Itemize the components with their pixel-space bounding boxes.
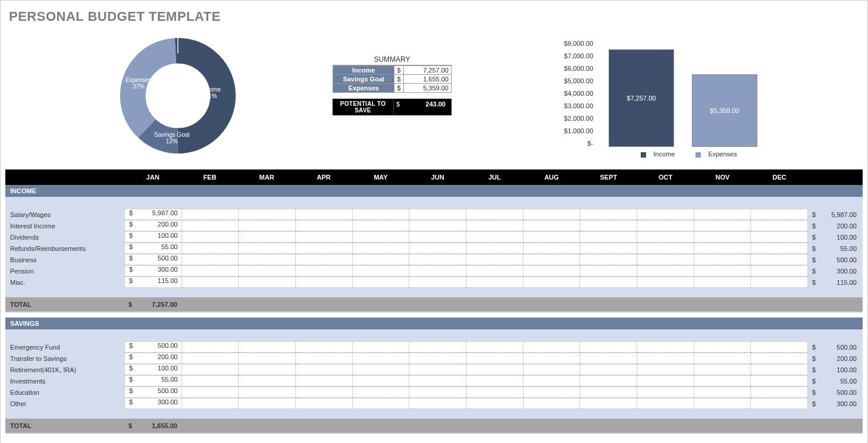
cell[interactable] [751,375,808,387]
cell[interactable] [751,265,808,277]
cell[interactable] [466,277,524,288]
cell[interactable] [239,387,296,398]
cell[interactable]: $500.00 [124,341,182,353]
cell[interactable] [466,387,524,398]
cell[interactable] [694,243,751,254]
cell[interactable] [353,375,410,387]
cell[interactable] [637,231,694,243]
cell[interactable] [637,387,694,398]
cell[interactable] [296,353,353,364]
cell[interactable] [524,220,581,231]
cell[interactable] [296,209,353,220]
cell[interactable] [239,398,296,409]
cell[interactable] [239,220,296,231]
cell[interactable] [353,364,410,375]
cell[interactable] [524,265,581,277]
cell[interactable]: $300.00 [124,265,182,277]
cell[interactable] [694,353,751,364]
cell[interactable] [182,375,239,387]
cell[interactable] [637,209,694,220]
cell[interactable] [182,220,239,231]
cell[interactable] [580,277,637,288]
cell[interactable] [466,220,524,231]
cell[interactable] [409,231,466,243]
cell[interactable] [466,254,524,265]
cell[interactable] [524,231,581,243]
cell[interactable] [409,353,466,364]
cell[interactable] [466,265,524,277]
cell[interactable] [182,353,239,364]
cell[interactable] [637,265,694,277]
cell[interactable] [466,243,524,254]
cell[interactable] [751,277,808,288]
cell[interactable] [694,209,751,220]
cell[interactable] [353,220,410,231]
cell[interactable] [694,220,751,231]
cell[interactable] [637,220,694,231]
cell[interactable] [580,364,637,375]
cell[interactable] [694,398,751,409]
cell[interactable]: $200.00 [124,353,182,364]
cell[interactable] [466,398,524,409]
cell[interactable] [637,277,694,288]
cell[interactable] [409,209,466,220]
cell[interactable] [524,375,581,387]
cell[interactable] [694,277,751,288]
cell[interactable] [637,375,694,387]
cell[interactable] [409,375,466,387]
cell[interactable] [239,254,296,265]
cell[interactable] [466,209,524,220]
cell[interactable]: $500.00 [124,387,182,398]
cell[interactable] [296,277,353,288]
cell[interactable] [353,209,410,220]
cell[interactable] [751,220,808,231]
cell[interactable] [239,277,296,288]
cell[interactable] [580,243,637,254]
cell[interactable] [353,341,410,353]
cell[interactable] [637,254,694,265]
cell[interactable] [296,387,353,398]
cell[interactable] [637,341,694,353]
cell[interactable] [637,364,694,375]
cell[interactable] [353,265,410,277]
cell[interactable] [694,364,751,375]
cell[interactable] [637,398,694,409]
cell[interactable] [524,398,581,409]
cell[interactable] [751,254,808,265]
cell[interactable] [466,375,524,387]
cell[interactable] [296,375,353,387]
cell[interactable] [580,387,637,398]
cell[interactable] [409,220,466,231]
cell[interactable] [751,243,808,254]
cell[interactable] [239,353,296,364]
cell[interactable] [637,353,694,364]
cell[interactable] [524,364,581,375]
cell[interactable]: $300.00 [124,398,182,409]
cell[interactable] [466,231,524,243]
cell[interactable] [580,265,637,277]
cell[interactable] [182,254,239,265]
cell[interactable] [524,387,581,398]
cell[interactable] [182,243,239,254]
cell[interactable] [409,277,466,288]
cell[interactable]: $5,987.00 [124,209,182,220]
cell[interactable] [409,265,466,277]
cell[interactable] [353,398,410,409]
cell[interactable] [182,231,239,243]
cell[interactable] [580,209,637,220]
cell[interactable] [524,209,581,220]
cell[interactable] [751,341,808,353]
cell[interactable] [239,243,296,254]
cell[interactable] [751,209,808,220]
cell[interactable]: $100.00 [124,364,182,375]
cell[interactable] [751,387,808,398]
cell[interactable] [751,353,808,364]
cell[interactable] [580,231,637,243]
cell[interactable] [353,353,410,364]
cell[interactable] [466,341,524,353]
cell[interactable]: $115.00 [124,277,182,288]
cell[interactable] [296,265,353,277]
cell[interactable] [466,364,524,375]
cell[interactable] [296,398,353,409]
cell[interactable] [182,387,239,398]
